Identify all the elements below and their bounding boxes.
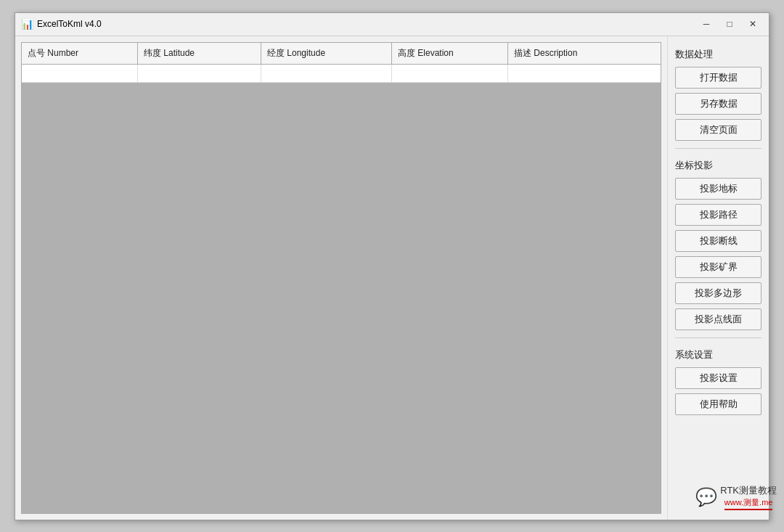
table-row (22, 65, 661, 83)
col-longitude: 经度 Longitude (261, 43, 392, 64)
section-system-label: 系统设置 (675, 348, 761, 361)
section-projection-label: 坐标投影 (675, 159, 761, 172)
section-data-label: 数据处理 (675, 48, 761, 61)
wechat-icon: 💬 (695, 487, 717, 507)
sidebar: 数据处理 打开数据 另存数据 清空页面 坐标投影 投影地标 投影路径 投影断线 … (667, 36, 769, 520)
proj-landmark-button[interactable]: 投影地标 (675, 178, 761, 200)
main-area: 点号 Number 纬度 Latitude 经度 Longitude 高度 El… (15, 36, 667, 520)
app-icon: 📊 (21, 18, 33, 30)
content-area: 点号 Number 纬度 Latitude 经度 Longitude 高度 El… (15, 36, 769, 520)
data-table: 点号 Number 纬度 Latitude 经度 Longitude 高度 El… (21, 42, 661, 514)
proj-settings-button[interactable]: 投影设置 (675, 367, 761, 389)
cell-description (508, 65, 661, 82)
col-elevation: 高度 Elevation (392, 43, 508, 64)
proj-fault-button[interactable]: 投影断线 (675, 230, 761, 252)
help-button[interactable]: 使用帮助 (675, 393, 761, 415)
col-description: 描述 Description (508, 43, 661, 64)
proj-mine-button[interactable]: 投影矿界 (675, 256, 761, 278)
col-latitude: 纬度 Latitude (138, 43, 261, 64)
proj-pointline-button[interactable]: 投影点线面 (675, 308, 761, 330)
divider-1 (675, 148, 761, 149)
window-title: ExcelToKml v4.0 (37, 19, 696, 29)
table-header: 点号 Number 纬度 Latitude 经度 Longitude 高度 El… (22, 43, 661, 65)
main-window: 📊 ExcelToKml v4.0 ─ □ ✕ 点号 Number 纬度 Lat… (15, 12, 769, 520)
save-data-button[interactable]: 另存数据 (675, 93, 761, 115)
watermark-text: RTK测量教程 www.测量.me (720, 484, 777, 510)
window-controls: ─ □ ✕ (696, 16, 763, 32)
col-number: 点号 Number (22, 43, 138, 64)
minimize-button[interactable]: ─ (696, 16, 716, 32)
cell-number (22, 65, 138, 82)
close-button[interactable]: ✕ (743, 16, 763, 32)
open-data-button[interactable]: 打开数据 (675, 67, 761, 89)
maximize-button[interactable]: □ (719, 16, 740, 32)
cell-longitude (261, 65, 392, 82)
table-body (22, 83, 661, 513)
cell-elevation (392, 65, 508, 82)
watermark-line2: www.测量.me (724, 497, 773, 510)
proj-polygon-button[interactable]: 投影多边形 (675, 282, 761, 304)
title-bar: 📊 ExcelToKml v4.0 ─ □ ✕ (15, 13, 769, 36)
proj-route-button[interactable]: 投影路径 (675, 204, 761, 226)
watermark: 💬 RTK测量教程 www.测量.me (695, 484, 777, 510)
clear-page-button[interactable]: 清空页面 (675, 119, 761, 141)
divider-2 (675, 337, 761, 338)
watermark-line1: RTK测量教程 (720, 484, 777, 497)
cell-latitude (138, 65, 261, 82)
